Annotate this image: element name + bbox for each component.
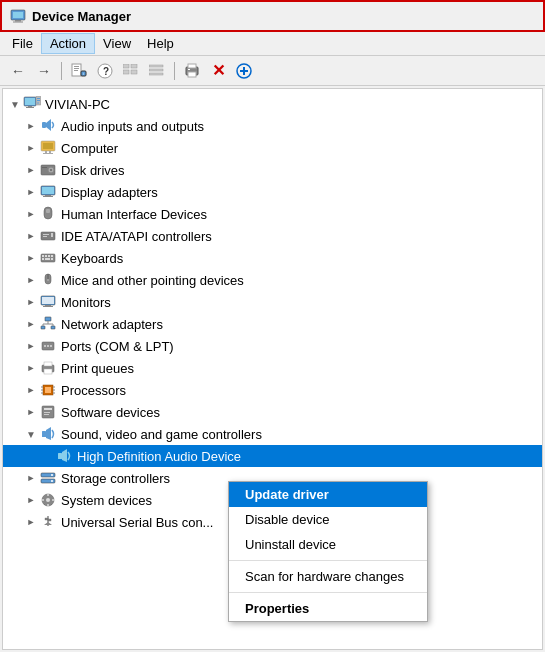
tree-item-network[interactable]: ► Network adapters <box>3 313 542 335</box>
svg-point-106 <box>46 498 50 502</box>
svg-rect-28 <box>28 106 32 107</box>
icon-computer <box>39 140 57 156</box>
tree-item-print[interactable]: ► Print queues <box>3 357 542 379</box>
label-ports: Ports (COM & LPT) <box>61 339 174 354</box>
svg-rect-55 <box>51 233 53 237</box>
svg-rect-22 <box>188 69 190 70</box>
tree-item-keyboards[interactable]: ► Keyboards <box>3 247 542 269</box>
expander-keyboards[interactable]: ► <box>23 250 39 266</box>
label-storage: Storage controllers <box>61 471 170 486</box>
svg-rect-83 <box>44 369 52 374</box>
menu-file[interactable]: File <box>4 34 41 53</box>
device-tree: ▼ VIVIAN-PC ► Audio inputs and outputs ►… <box>3 89 542 537</box>
svg-rect-27 <box>25 98 35 105</box>
expander-hid[interactable]: ► <box>23 206 39 222</box>
tree-item-ports[interactable]: ► Ports (COM & LPT) <box>3 335 542 357</box>
expander-audio[interactable]: ► <box>23 118 39 134</box>
toolbar-list-btn[interactable] <box>145 60 169 82</box>
toolbar-add-btn[interactable] <box>232 60 256 82</box>
svg-rect-53 <box>43 234 49 235</box>
svg-rect-72 <box>41 326 45 329</box>
svg-rect-63 <box>51 258 53 260</box>
ctx-sep-2 <box>229 592 427 593</box>
menu-action[interactable]: Action <box>41 33 95 54</box>
tree-item-mice[interactable]: ► Mice and other pointing devices <box>3 269 542 291</box>
ctx-properties[interactable]: Properties <box>229 596 427 621</box>
toolbar-back-btn[interactable]: ← <box>6 60 30 82</box>
svg-rect-99 <box>58 453 62 459</box>
ctx-uninstall-device[interactable]: Uninstall device <box>229 532 427 557</box>
tree-item-sound[interactable]: ▼ Sound, video and game controllers <box>3 423 542 445</box>
icon-ports <box>39 338 57 354</box>
ctx-disable-device[interactable]: Disable device <box>229 507 427 532</box>
svg-point-80 <box>47 345 49 347</box>
expander-software[interactable]: ► <box>23 404 39 420</box>
expander-computer[interactable]: ► <box>23 140 39 156</box>
ctx-scan-hardware[interactable]: Scan for hardware changes <box>229 564 427 589</box>
expander-sound[interactable]: ▼ <box>23 426 39 442</box>
title-bar: Device Manager <box>0 0 545 32</box>
ctx-update-driver[interactable]: Update driver <box>229 482 427 507</box>
svg-point-104 <box>51 480 53 482</box>
svg-rect-7 <box>74 70 78 71</box>
tree-item-monitors[interactable]: ► Monitors <box>3 291 542 313</box>
tree-item-processors[interactable]: ► Processors <box>3 379 542 401</box>
toolbar-forward-btn[interactable]: → <box>32 60 56 82</box>
toolbar-remove-btn[interactable]: ✕ <box>206 60 230 82</box>
svg-rect-6 <box>74 68 79 69</box>
svg-rect-5 <box>74 66 79 67</box>
svg-rect-21 <box>188 64 196 68</box>
svg-rect-73 <box>51 326 55 329</box>
tree-item-hd-audio[interactable]: High Definition Audio Device <box>3 445 542 467</box>
svg-rect-47 <box>45 195 51 196</box>
tree-item-vivian-pc[interactable]: ▼ VIVIAN-PC <box>3 93 542 115</box>
svg-rect-3 <box>13 22 23 23</box>
svg-rect-50 <box>46 209 50 213</box>
expander-print[interactable]: ► <box>23 360 39 376</box>
svg-rect-94 <box>44 408 52 410</box>
expander-usb[interactable]: ► <box>23 514 39 530</box>
tree-item-computer[interactable]: ► Computer <box>3 137 542 159</box>
menu-help[interactable]: Help <box>139 34 182 53</box>
label-system: System devices <box>61 493 152 508</box>
label-network: Network adapters <box>61 317 163 332</box>
svg-text:?: ? <box>103 66 109 77</box>
svg-rect-84 <box>44 362 52 366</box>
label-mice: Mice and other pointing devices <box>61 273 244 288</box>
toolbar-info-btn[interactable]: ? <box>93 60 117 82</box>
toolbar-properties-btn[interactable]: i <box>67 60 91 82</box>
tree-item-disk[interactable]: ► Disk drives <box>3 159 542 181</box>
expander-ports[interactable]: ► <box>23 338 39 354</box>
expander-storage[interactable]: ► <box>23 470 39 486</box>
expander-processors[interactable]: ► <box>23 382 39 398</box>
toolbar: ← → i ? ✕ <box>0 56 545 86</box>
tree-item-ide[interactable]: ► IDE ATA/ATAPI controllers <box>3 225 542 247</box>
expander-vivian-pc[interactable]: ▼ <box>7 96 23 112</box>
menu-bar: File Action View Help <box>0 32 545 56</box>
expander-system[interactable]: ► <box>23 492 39 508</box>
label-audio: Audio inputs and outputs <box>61 119 204 134</box>
expander-hd-audio <box>39 448 55 464</box>
expander-ide[interactable]: ► <box>23 228 39 244</box>
svg-rect-112 <box>48 519 51 521</box>
svg-rect-39 <box>49 151 51 153</box>
expander-display[interactable]: ► <box>23 184 39 200</box>
svg-rect-111 <box>45 518 48 520</box>
tree-item-audio[interactable]: ► Audio inputs and outputs <box>3 115 542 137</box>
icon-monitors <box>39 294 57 310</box>
toolbar-print-btn[interactable] <box>180 60 204 82</box>
menu-view[interactable]: View <box>95 34 139 53</box>
svg-rect-1 <box>13 12 23 18</box>
svg-rect-34 <box>42 122 46 128</box>
toolbar-grid-btn[interactable] <box>119 60 143 82</box>
expander-disk[interactable]: ► <box>23 162 39 178</box>
expander-mice[interactable]: ► <box>23 272 39 288</box>
label-display: Display adapters <box>61 185 158 200</box>
tree-item-hid[interactable]: ► Human Interface Devices <box>3 203 542 225</box>
svg-rect-18 <box>149 73 163 75</box>
expander-monitors[interactable]: ► <box>23 294 39 310</box>
tree-item-display[interactable]: ► Display adapters <box>3 181 542 203</box>
expander-network[interactable]: ► <box>23 316 39 332</box>
tree-item-software[interactable]: ► Software devices <box>3 401 542 423</box>
svg-rect-32 <box>37 100 40 101</box>
